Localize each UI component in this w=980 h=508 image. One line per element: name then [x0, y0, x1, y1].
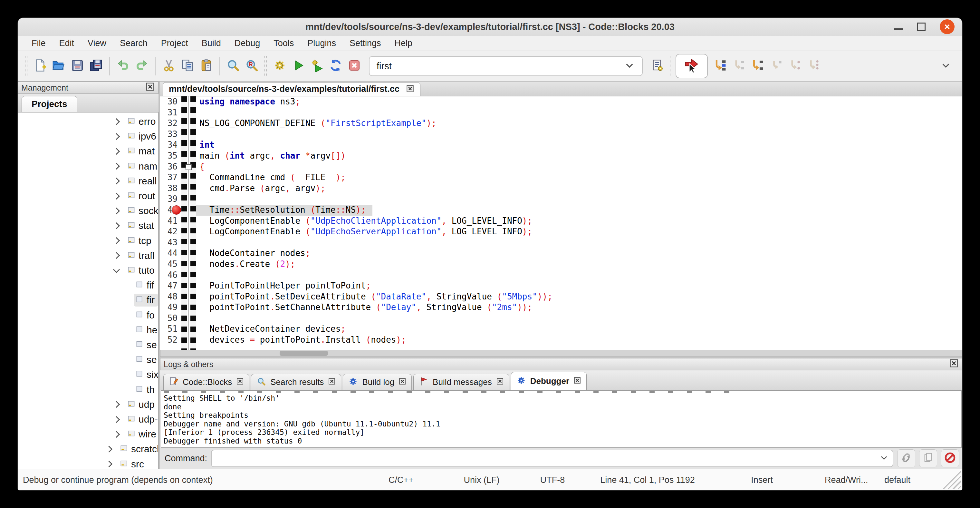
- chevron-collapsed-icon[interactable]: [113, 193, 120, 199]
- tree-item-erro[interactable]: erro: [113, 114, 158, 129]
- undo-button[interactable]: [114, 57, 132, 75]
- code-line-39[interactable]: 39: [160, 194, 962, 205]
- chevron-collapsed-icon[interactable]: [106, 460, 113, 467]
- debug-run-to-cursor-button[interactable]: [676, 54, 708, 78]
- toolbar-grip[interactable]: [670, 56, 672, 76]
- close-button[interactable]: ×: [940, 19, 955, 34]
- maximize-button[interactable]: [917, 22, 926, 31]
- code-line-36[interactable]: 36{: [160, 161, 962, 172]
- chevron-collapsed-icon[interactable]: [113, 148, 120, 155]
- tree-item-fif[interactable]: fif: [134, 278, 158, 293]
- code-line-37[interactable]: 37 CommandLine cmd (__FILE__);: [160, 172, 962, 183]
- editor-horizontal-scrollbar[interactable]: [160, 350, 962, 357]
- code-line-31[interactable]: 31: [160, 107, 962, 118]
- tree-item-wire[interactable]: wire: [113, 427, 158, 442]
- editor-tab-first-cc[interactable]: mnt/dev/tools/source/ns-3-dev/examples/t…: [163, 82, 420, 96]
- resize-grip[interactable]: [942, 471, 961, 489]
- tree-item-se[interactable]: se: [134, 352, 158, 367]
- management-close-icon[interactable]: [145, 82, 155, 94]
- menu-plugins[interactable]: Plugins: [301, 38, 343, 48]
- log-tab-code-blocks[interactable]: Code::Blocks: [163, 374, 249, 390]
- chevron-collapsed-icon[interactable]: [113, 133, 120, 140]
- chevron-collapsed-icon[interactable]: [113, 222, 120, 229]
- save-all-button[interactable]: [87, 57, 105, 75]
- code-line-30[interactable]: 30using namespace ns3;: [160, 96, 962, 107]
- code-line-35[interactable]: 35main (int argc, char *argv[]): [160, 151, 962, 161]
- stop-debugger-button[interactable]: [941, 449, 959, 467]
- debug-next-instruction-button[interactable]: [748, 57, 767, 75]
- code-line-44[interactable]: 44 NodeContainer nodes;: [160, 248, 962, 259]
- run-button[interactable]: [289, 57, 308, 75]
- chevron-expanded-icon[interactable]: [113, 266, 120, 273]
- tree-item-fir[interactable]: fir: [134, 293, 158, 307]
- log-tab-close-icon[interactable]: [399, 377, 406, 387]
- copy-button[interactable]: [178, 57, 197, 75]
- log-tab-close-icon[interactable]: [573, 376, 581, 385]
- tree-item-th[interactable]: th: [134, 382, 158, 397]
- tree-item-six[interactable]: six: [134, 367, 158, 382]
- editor-tab-close-icon[interactable]: [406, 84, 414, 94]
- find-button[interactable]: [224, 57, 243, 75]
- redo-button[interactable]: [132, 57, 151, 75]
- debug-step-into-button[interactable]: [729, 57, 748, 75]
- log-tab-search-results[interactable]: Search results: [251, 374, 341, 390]
- code-line-32[interactable]: 32NS_LOG_COMPONENT_DEFINE ("FirstScriptE…: [160, 118, 962, 129]
- code-line-47[interactable]: 47 PointToPointHelper pointToPoint;: [160, 280, 962, 291]
- tree-item-udp-[interactable]: udp-: [113, 412, 158, 427]
- menu-search[interactable]: Search: [113, 38, 154, 48]
- new-file-button[interactable]: [30, 57, 49, 75]
- tree-item-rout[interactable]: rout: [113, 189, 158, 204]
- debug-step-out-button[interactable]: [785, 57, 804, 75]
- debug-next-line-button[interactable]: [710, 57, 729, 75]
- tree-item-mat[interactable]: mat: [113, 144, 158, 159]
- code-line-38[interactable]: 38 cmd.Parse (argc, argv);: [160, 183, 962, 194]
- build-and-run-button[interactable]: [308, 57, 326, 75]
- save-button[interactable]: [68, 57, 87, 75]
- command-input[interactable]: [211, 450, 893, 467]
- code-line-49[interactable]: 49 pointToPoint.SetChannelAttribute ("De…: [160, 302, 962, 313]
- menu-debug[interactable]: Debug: [228, 38, 267, 48]
- toolbar-grip[interactable]: [25, 56, 27, 76]
- log-tab-build-log[interactable]: Build log: [343, 374, 412, 390]
- tree-item-reall[interactable]: reall: [113, 174, 158, 189]
- code-line-34[interactable]: 34int: [160, 140, 962, 151]
- minimize-button[interactable]: [894, 29, 903, 30]
- debug-step-into-instruction-button[interactable]: [767, 57, 785, 75]
- fold-marker-open[interactable]: [186, 164, 192, 170]
- rebuild-button[interactable]: [326, 57, 345, 75]
- abort-button[interactable]: [345, 57, 364, 75]
- tree-item-scratch[interactable]: scratch: [106, 442, 158, 456]
- log-tab-close-icon[interactable]: [236, 377, 244, 387]
- code-editor[interactable]: 30using namespace ns3;3132NS_LOG_COMPONE…: [160, 96, 962, 350]
- chevron-collapsed-icon[interactable]: [113, 416, 120, 423]
- code-line-33[interactable]: 33: [160, 129, 962, 140]
- tree-item-src[interactable]: src: [106, 457, 158, 469]
- code-line-51[interactable]: 51 NetDeviceContainer devices;: [160, 323, 962, 334]
- copy-output-button[interactable]: [919, 449, 937, 467]
- tree-item-se[interactable]: se: [134, 338, 158, 352]
- menu-build[interactable]: Build: [195, 38, 228, 48]
- chevron-collapsed-icon[interactable]: [113, 118, 120, 125]
- tree-item-ipv6[interactable]: ipv6: [113, 129, 158, 144]
- log-tab-close-icon[interactable]: [328, 377, 336, 387]
- log-tab-debugger[interactable]: Debugger: [511, 372, 587, 390]
- tree-item-sock[interactable]: sock: [113, 204, 158, 218]
- chevron-collapsed-icon[interactable]: [113, 163, 120, 170]
- tree-item-tuto[interactable]: tuto: [113, 263, 158, 278]
- code-line-50[interactable]: 50: [160, 313, 962, 324]
- menu-help[interactable]: Help: [388, 38, 419, 48]
- menu-view[interactable]: View: [81, 38, 113, 48]
- code-line-42[interactable]: 42 LogComponentEnable ("UdpEchoServerApp…: [160, 226, 962, 237]
- tree-item-he[interactable]: he: [134, 323, 158, 338]
- code-line-52[interactable]: 52 devices = pointToPoint.Install (nodes…: [160, 334, 962, 346]
- tree-item-udp[interactable]: udp: [113, 397, 158, 412]
- code-line-48[interactable]: 48 pointToPoint.SetDeviceAttribute ("Dat…: [160, 291, 962, 303]
- chevron-collapsed-icon[interactable]: [113, 178, 120, 185]
- code-line-45[interactable]: 45 nodes.Create (2);: [160, 259, 962, 270]
- toolbar-grip[interactable]: [264, 56, 267, 76]
- tree-item-fo[interactable]: fo: [134, 308, 158, 323]
- chevron-collapsed-icon[interactable]: [113, 237, 120, 244]
- tree-item-trafl[interactable]: trafl: [113, 248, 158, 263]
- chevron-collapsed-icon[interactable]: [113, 208, 120, 214]
- attach-button[interactable]: [897, 449, 915, 467]
